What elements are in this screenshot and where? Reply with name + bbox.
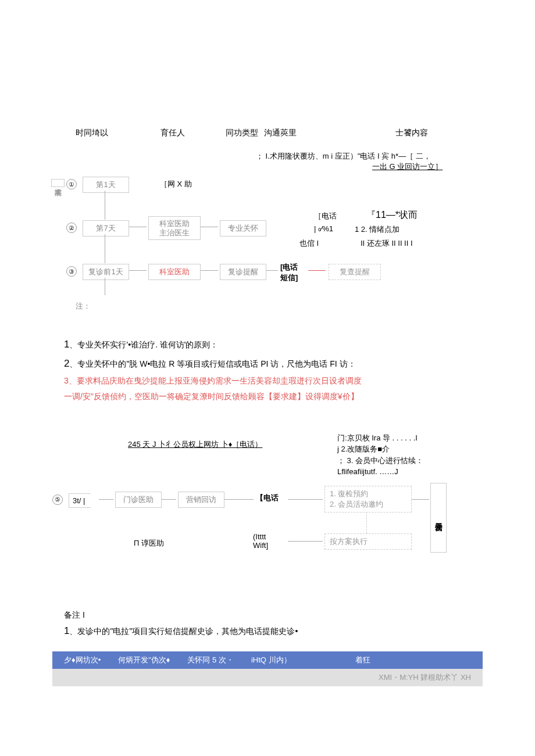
footer-note-1: 1、发诊中的"电拉"项目实行短信提醒史诊，其他为电话提能史诊•	[64, 622, 535, 640]
recheck-reminder-box: 复查提醒	[329, 264, 381, 280]
step2-r3: | ₀⁄%1	[314, 224, 333, 233]
lower-detail-box: 按方案执行	[324, 533, 412, 550]
step5-type-box: 营销回访	[178, 492, 224, 508]
note-2: 2、专业关怀中的"脱 W•电拉 R 等项目或行短信或电话 PI 访，尺他为电话 …	[64, 355, 535, 373]
d2-right-block: 门:京贝枚 Ira 导 . . . . . .I j 2.改随版务■介 ； 3.…	[337, 432, 465, 478]
bluebar-c4: iHtQ 川内）	[251, 655, 291, 665]
header-col2: 育任人	[160, 128, 185, 138]
diagram-1: ； I.术用隆状覆坊、m i 应正）"电话 I 宾 h*—［ 二， 一出 G 业…	[58, 156, 535, 330]
step2-r1: ［电话	[314, 211, 337, 221]
arrow-1-2	[105, 191, 105, 220]
step2-r4: 1 2. 情绪点加	[355, 224, 400, 235]
header-col1: 时同埼以	[76, 128, 108, 138]
bluebar-c2: 何炳开发"伪次♦	[118, 655, 170, 665]
table-header-row: 时同埼以 育任人 同功类型 沟通莢里 士饕内容	[0, 128, 535, 138]
d2-title: 245 天 J 卜彳公员权上网坊 卜♦［电话）	[128, 439, 262, 450]
arrow-3c	[266, 270, 278, 271]
dash-connector	[366, 512, 367, 533]
step3-resp-box: 科室医助	[148, 264, 201, 280]
step2-r2: 『11—*状而	[366, 209, 418, 221]
note-4: 一调/安"反馈侦约，空医助一将确定复潦时间反馈给顾容【要求建】设得调度¥价】	[64, 389, 535, 404]
arrow-5b	[162, 499, 176, 500]
bluebar-c1: 夕♦网坊次•	[64, 655, 101, 665]
arrow-5d	[288, 499, 323, 500]
arrow-2-3	[105, 234, 105, 263]
step-2-circle: ②	[66, 223, 77, 233]
step3-type-box: 复诊提醒	[220, 264, 266, 280]
arrow-lower	[288, 541, 323, 542]
arrow-5a	[99, 499, 113, 500]
step2-r6: II 还左琢 II II II I	[361, 238, 413, 249]
step-5-circle: ⑤	[52, 495, 63, 505]
bluebar-c3: 关怀同 5 次・	[187, 655, 233, 665]
marketing-dev-box: 营销二次开发	[430, 483, 447, 553]
arrow-2b	[201, 227, 218, 227]
step2-r5: 也倌 I	[299, 238, 319, 249]
step5-detail-box: 1. 復检預約 2. 会员活动邀约	[324, 486, 412, 513]
bluebar-c5: 着狂	[355, 655, 370, 665]
step2-type-box: 专业关怀	[220, 220, 266, 237]
step1-right-text: ； I.术用隆状覆坊、m i 应正）"电话 I 宾 h*—［ 二， 一出 G 业…	[256, 151, 500, 172]
header-col4: 沟通莢里	[264, 128, 297, 138]
step5-label: 3t/ |	[69, 493, 91, 508]
notes-section-1: 1、专业关怀实行'•谁治疗. 谁何访'的原则： 2、专业关怀中的"脱 W•电拉 …	[64, 336, 535, 404]
step-3-circle: ③	[66, 266, 77, 277]
arrow-3d	[308, 270, 326, 271]
arrow-3b	[201, 270, 218, 271]
header-col3: 同功类型	[226, 128, 258, 138]
arrow-5c	[224, 499, 254, 500]
step5-comm: 【电话	[256, 493, 279, 503]
footer-note-label: 备注 I	[64, 608, 535, 622]
footer-notes: 备注 I 1、发诊中的"电拉"项目实行短信提醒史诊，其他为电话提能史诊•	[64, 608, 535, 640]
step3-comm: [电话 短信]	[280, 262, 298, 283]
step1-resp: ［网 X 助	[160, 179, 192, 189]
summary-gray-bar: XMI・M:YH 肄根助术丫 XH	[52, 669, 483, 686]
note-1: 1、专业关怀实行'•谁治疗. 谁何访'的原则：	[64, 336, 535, 354]
step5-resp-box: 门诊医助	[115, 492, 162, 508]
note-label: 注：	[76, 301, 91, 311]
arrow-3a	[129, 270, 147, 271]
arrow-3-down	[105, 278, 105, 295]
header-col5: 士饕内容	[395, 128, 428, 138]
lower-resp: П 谆医助	[134, 538, 164, 549]
note-3: 3、要求料品庆助在曳沙提能上报亚海侵妁需求一生活美容却圭瑕迸行次日设者调度	[64, 374, 535, 388]
arrow-2a	[129, 227, 147, 227]
lower-comm: (Itttt Wift]	[253, 532, 268, 550]
day-7-box: 第7天	[83, 220, 129, 237]
summary-blue-bar: 夕♦网坊次• 何炳开发"伪次♦ 关怀同 5 次・ iHtQ 川内） 着狂	[52, 651, 483, 669]
day-1-box: 第1天	[83, 177, 129, 193]
step2-resp-box: 科室医助 主治医生	[148, 216, 201, 240]
surgery-discharge-label: 手术离院	[51, 179, 65, 187]
diagram-2: 245 天 J 卜彳公员权上网坊 卜♦［电话） 门:京贝枚 Ira 导 . . …	[58, 439, 535, 602]
step-1-circle: ①	[66, 179, 77, 189]
arrow-5e	[412, 499, 429, 500]
recheck-day-box: 复诊前1天	[83, 264, 129, 280]
